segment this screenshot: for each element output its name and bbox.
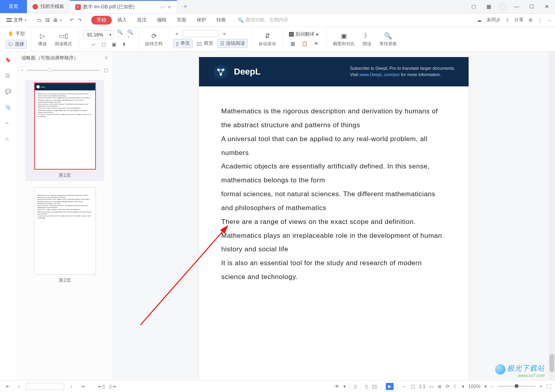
- screenshot-button[interactable]: ▣截图和对比: [331, 31, 357, 48]
- attachment-icon[interactable]: 📎: [5, 105, 12, 112]
- thumb-large-icon[interactable]: ▢: [104, 67, 108, 73]
- open-folder-icon[interactable]: 🗀: [36, 17, 43, 24]
- continuous-button[interactable]: ☷连续阅读: [217, 39, 248, 48]
- menu-search[interactable]: 🔍 查找功能、文档内容: [238, 17, 288, 23]
- tab-document[interactable]: P 数学 en-GB.pdf (已加密) ▭ ✕: [70, 0, 177, 13]
- document-area[interactable]: DeepL Subscribe to DeepL Pro to translat…: [113, 52, 555, 380]
- avatar[interactable]: [499, 3, 507, 11]
- eye-icon[interactable]: 👁: [313, 40, 320, 47]
- apps-icon[interactable]: ▦: [484, 4, 494, 10]
- next-page-icon[interactable]: ›: [67, 384, 75, 389]
- deepl-link[interactable]: www.DeepL.com/pro: [360, 72, 400, 77]
- actual-size-icon[interactable]: ▣: [110, 41, 117, 48]
- fullscreen-icon[interactable]: ⛶: [546, 384, 551, 389]
- tab-add-button[interactable]: ＋: [177, 0, 193, 13]
- rotate-icon[interactable]: ⟳: [446, 384, 450, 389]
- first-page-icon[interactable]: ⇤: [4, 384, 12, 389]
- chevron-down-icon[interactable]: ▾: [484, 384, 487, 389]
- view-single-icon[interactable]: ▯: [365, 384, 368, 389]
- single-page-button[interactable]: ▯单页: [173, 39, 193, 48]
- menu-page[interactable]: 页面: [172, 13, 191, 27]
- autoscroll-button[interactable]: ⇵自动滚动: [256, 31, 278, 48]
- thumbnail-item[interactable]: Mathematics is the rigorous description …: [25, 187, 104, 284]
- thumb-small-icon[interactable]: ▫: [21, 67, 23, 73]
- panel-left-icon[interactable]: ⇤▯: [98, 384, 105, 389]
- close-icon[interactable]: ✕: [104, 55, 108, 61]
- undo-icon[interactable]: ↶: [68, 17, 75, 24]
- bookmark-icon[interactable]: 🔖: [5, 57, 12, 64]
- continuous-view-icon[interactable]: ≣: [438, 384, 442, 389]
- share-icon[interactable]: ⇧: [505, 17, 509, 23]
- chevron-down-icon[interactable]: ▾: [60, 18, 62, 22]
- play-button[interactable]: ▶: [386, 383, 394, 390]
- menu-protect[interactable]: 保护: [192, 13, 211, 27]
- eye-protect-icon[interactable]: 👁: [335, 384, 339, 389]
- play-button[interactable]: ▷播放: [36, 31, 49, 48]
- thumb-size-slider[interactable]: [27, 70, 100, 71]
- select-tool[interactable]: ⭮选择: [6, 40, 27, 49]
- menu-convert[interactable]: 转换: [212, 13, 231, 27]
- chevron-down-icon[interactable]: ▾: [343, 384, 346, 389]
- read-aloud-button[interactable]: 》朗读: [360, 31, 374, 48]
- tab-duplicate-icon[interactable]: ▭: [161, 4, 165, 10]
- fit-page-icon[interactable]: ▢: [100, 41, 107, 48]
- collapse-ribbon-icon[interactable]: ︿: [547, 17, 552, 23]
- zoom-slider[interactable]: [498, 386, 536, 387]
- scrollbar-thumb[interactable]: [549, 354, 554, 372]
- vertical-scrollbar[interactable]: [549, 52, 555, 380]
- window-close-icon[interactable]: ✕: [542, 4, 552, 10]
- window-minimize-icon[interactable]: —: [511, 4, 522, 10]
- double-page-button[interactable]: ▯▯双页: [194, 39, 216, 48]
- page-input[interactable]: [183, 30, 218, 37]
- zoom-level[interactable]: 100%: [468, 384, 480, 389]
- slider-knob[interactable]: [48, 68, 52, 72]
- thumbnail-item[interactable]: DeepL Mathematics is the rigorous descri…: [25, 80, 104, 181]
- last-page-icon[interactable]: ⇥: [78, 384, 86, 389]
- hand-tool[interactable]: ✋手型: [6, 30, 27, 38]
- prev-page-icon[interactable]: ‹: [15, 384, 23, 389]
- layers-icon[interactable]: ≋: [5, 136, 12, 143]
- kebab-menu-icon[interactable]: ⋮: [538, 17, 542, 23]
- window-maximize-icon[interactable]: ☐: [526, 4, 537, 10]
- page-number-input[interactable]: [26, 383, 64, 390]
- zoom-combo[interactable]: 91.16%▾: [83, 31, 114, 39]
- cloud-sync-icon[interactable]: ☁: [477, 17, 482, 23]
- menu-edit[interactable]: 编辑: [152, 13, 171, 27]
- share-label[interactable]: 分享: [514, 17, 524, 23]
- night-mode-icon[interactable]: ☾: [454, 384, 458, 389]
- clipboard-icon[interactable]: 📋: [301, 40, 308, 47]
- layout-toggle-icon[interactable]: ▢: [469, 4, 479, 10]
- actual-size-icon[interactable]: 1:1: [419, 384, 426, 389]
- sync-label[interactable]: 未同步: [486, 17, 501, 23]
- print-icon[interactable]: 🖶: [52, 17, 59, 24]
- rotate-button[interactable]: ⟳ 旋转文档: [143, 31, 165, 48]
- fit-width-icon[interactable]: ↔: [402, 384, 407, 389]
- signature-icon[interactable]: ✒: [5, 120, 12, 128]
- tab-template[interactable]: 找稻壳模板: [27, 0, 70, 13]
- tab-home[interactable]: 首页: [0, 0, 27, 13]
- menu-start[interactable]: 开始: [91, 16, 112, 25]
- file-menu[interactable]: 文件 ▾: [3, 17, 30, 23]
- translate-button[interactable]: 🅰划词翻译▾: [287, 30, 321, 38]
- tab-close-icon[interactable]: ✕: [167, 4, 171, 10]
- fit-width-icon[interactable]: ▱: [90, 41, 97, 48]
- menu-annotate[interactable]: 批注: [132, 13, 151, 27]
- zoom-out-icon[interactable]: 🔍⁻: [117, 31, 124, 38]
- gear-icon[interactable]: ⚙: [528, 17, 533, 23]
- zoom-out-icon[interactable]: −: [491, 384, 494, 389]
- prev-page-icon[interactable]: «: [173, 30, 180, 37]
- chevron-down-icon[interactable]: ▾: [107, 33, 113, 37]
- slider-knob[interactable]: [515, 384, 519, 388]
- redo-icon[interactable]: ↷: [76, 17, 83, 24]
- find-replace-button[interactable]: 🔍查找替换: [377, 31, 399, 48]
- panel-right-icon[interactable]: ▯⇥: [109, 384, 116, 389]
- image-extract-icon[interactable]: ▦: [289, 40, 296, 47]
- next-page-icon[interactable]: »: [221, 30, 228, 37]
- book-view-icon[interactable]: ▭: [429, 384, 434, 389]
- view-thumb-icon[interactable]: ▯: [354, 384, 357, 389]
- zoom-in-icon[interactable]: 🔍⁺: [127, 31, 134, 38]
- save-icon[interactable]: 🖫: [44, 17, 51, 24]
- chevron-down-icon[interactable]: ▾: [462, 384, 464, 389]
- fit-height-icon[interactable]: ⬍: [121, 41, 128, 48]
- image-icon[interactable]: 🖼: [5, 73, 12, 80]
